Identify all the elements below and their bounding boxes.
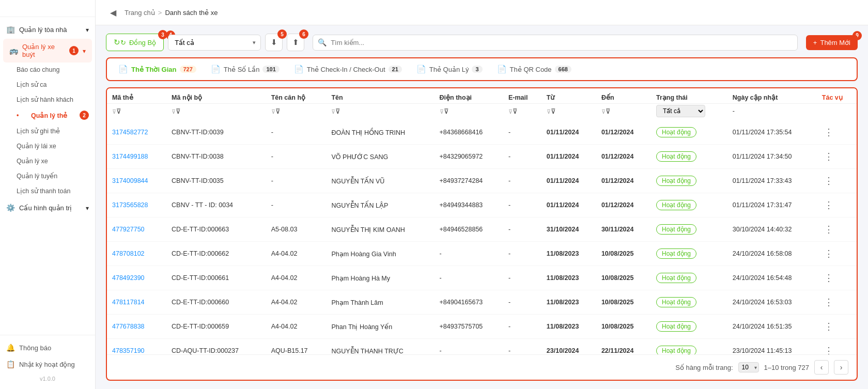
cell-ten-can-ho: AQU-B15.17	[266, 339, 327, 355]
cell-tu: 23/10/2024	[541, 339, 596, 355]
nav-sub-items: Báo cáo chung Lịch sử ca Lịch sử hành kh…	[0, 63, 95, 198]
status-filter-select[interactable]: Tất cả Hoạt động Vô hiệu	[656, 105, 705, 117]
sidebar-item-nhat-ky[interactable]: Nhật ký hoạt động	[6, 356, 89, 372]
bell-icon	[6, 344, 15, 352]
cell-ten-can-ho: -	[266, 169, 327, 193]
tab-the-so-lan[interactable]: 📄 Thẻ Số Lần 101	[205, 61, 286, 77]
cell-den: 30/11/2024	[596, 217, 651, 242]
sidebar-item-bao-cao-chung[interactable]: Báo cáo chung	[0, 63, 95, 77]
cell-tu: 31/10/2024	[541, 217, 596, 242]
ma-the-link[interactable]: 478492390	[112, 274, 145, 282]
ma-the-link[interactable]: 3174582772	[112, 129, 148, 136]
ma-the-link[interactable]: 3174009844	[112, 177, 148, 184]
sidebar-item-quan-ly-xe[interactable]: Quản lý xe	[0, 153, 95, 168]
row-action-button[interactable]: ⋮	[822, 247, 835, 260]
cell-ten-can-ho: A4-04.02	[266, 242, 327, 266]
cell-ten: ĐOÀN THỊ HỒNG TRINH	[326, 120, 434, 145]
ma-the-link[interactable]: 478357190	[112, 347, 145, 354]
tab-icon-checkin: 📄	[294, 65, 304, 74]
toa-nha-select[interactable]: Tất cả	[168, 35, 261, 51]
cell-tac-vu: ⋮	[817, 339, 857, 355]
tab-the-checkin[interactable]: 📄 Thẻ Check-In / Check-Out 21	[288, 61, 408, 77]
filter-den: ⊽	[596, 104, 651, 121]
quan-ly-the-badge: 2	[80, 111, 89, 120]
cell-ten: Phạm Hoàng Hà My	[326, 266, 434, 290]
status-badge: Hoạt động	[656, 127, 696, 137]
rows-per-page-wrap: 10 20 50 ▾	[738, 362, 759, 372]
status-badge: Hoạt động	[656, 151, 696, 162]
next-page-button[interactable]: ›	[834, 360, 848, 375]
ma-the-link[interactable]: 478708102	[112, 250, 145, 257]
cell-ten-can-ho: -	[266, 120, 327, 145]
sidebar-item-lich-su-ghi-the[interactable]: Lịch sử ghi thẻ	[0, 123, 95, 138]
sidebar-item-xe-buyt[interactable]: Quản lý xe buýt 1	[3, 39, 92, 63]
sidebar-item-lich-su-ca[interactable]: Lịch sử ca	[0, 77, 95, 92]
row-action-button[interactable]: ⋮	[822, 344, 835, 354]
cell-tac-vu: ⋮	[817, 290, 857, 315]
cell-email: -	[503, 266, 541, 290]
tab-the-quan-ly[interactable]: 📄 Thẻ Quản Lý 3	[410, 61, 489, 77]
ma-the-link[interactable]: 478117814	[112, 299, 145, 306]
ma-the-link[interactable]: 3173565828	[112, 201, 148, 209]
cell-dien-thoai: +84368668416	[435, 120, 503, 145]
toa-nha-dropdown-wrap: Tất cả ▾	[168, 35, 261, 51]
sidebar-item-cau-hinh[interactable]: Cấu hình quản trị	[0, 199, 95, 216]
filter-icon-dien-thoai: ⊽	[440, 108, 449, 115]
rows-per-page-select[interactable]: 10 20 50	[738, 362, 759, 372]
prev-page-button[interactable]: ‹	[814, 360, 829, 375]
breadcrumb-home[interactable]: Trang chủ	[125, 9, 155, 17]
sidebar-item-quan-ly-the[interactable]: Quản lý thẻ 2	[0, 107, 95, 123]
col-header-tu: Từ	[541, 88, 596, 104]
row-action-button[interactable]: ⋮	[822, 295, 835, 309]
row-action-button[interactable]: ⋮	[822, 174, 835, 188]
filter-ma-the: ⊽	[107, 104, 166, 121]
row-action-button[interactable]: ⋮	[822, 150, 835, 163]
cell-ngay-cap-nhat: 01/11/2024 17:34:50	[727, 145, 817, 169]
cell-email: -	[503, 169, 541, 193]
filter-tac-vu	[817, 104, 857, 121]
table-card: Mã thẻ Mã nội bộ Tên căn hộ Tên Điện tho…	[106, 87, 858, 381]
cell-dien-thoai: -	[435, 266, 503, 290]
table-row: 478357190 CD-AQU-TT-ID:000237 AQU-B15.17…	[107, 339, 857, 355]
ma-the-link[interactable]: 477927750	[112, 226, 145, 233]
gear-icon	[6, 204, 15, 212]
rows-per-page-label: Số hàng mỗi trang:	[675, 364, 733, 371]
sidebar-item-lich-su-thanh-toan[interactable]: Lịch sử thanh toán	[0, 183, 95, 198]
row-action-button[interactable]: ⋮	[822, 271, 835, 285]
filter-icon-den: ⊽	[601, 108, 611, 115]
filter-trang-thai[interactable]: Tất cả Hoạt động Vô hiệu	[651, 104, 727, 121]
ma-the-link[interactable]: 3174499188	[112, 153, 148, 160]
filter-tu: ⊽	[541, 104, 596, 121]
col-header-den: Đến	[596, 88, 651, 104]
sidebar-item-thong-bao[interactable]: Thông báo	[6, 339, 89, 356]
tab-the-thoi-gian[interactable]: 📄 Thẻ Thời Gian 727	[112, 61, 203, 77]
search-input[interactable]	[313, 35, 798, 51]
next-page-icon: ›	[840, 363, 843, 371]
cell-trang-thai: Hoạt động	[651, 242, 727, 266]
cell-ten-can-ho: A4-04.02	[266, 266, 327, 290]
row-action-button[interactable]: ⋮	[822, 198, 835, 212]
col-header-ngay-cap-nhat: Ngày cập nhật	[727, 88, 817, 104]
sidebar-item-quan-ly-lai-xe[interactable]: Quản lý lái xe	[0, 138, 95, 153]
version-label: v1.0.0	[6, 372, 89, 385]
row-action-button[interactable]: ⋮	[822, 223, 835, 236]
ma-the-link[interactable]: 477678838	[112, 323, 145, 330]
sidebar-item-toa-nha[interactable]: Quản lý tòa nhà	[0, 21, 95, 38]
sidebar-item-quan-ly-tuyen[interactable]: Quản lý tuyến	[0, 168, 95, 183]
cell-dien-thoai: +84949344883	[435, 193, 503, 217]
tab-icon-quan-ly: 📄	[416, 65, 426, 74]
col-header-ten: Tên	[326, 88, 434, 104]
row-action-button[interactable]: ⋮	[822, 126, 835, 139]
cell-ma-the: 477678838	[107, 315, 166, 339]
toa-nha-select-wrap: 4 Tất cả ▾	[168, 35, 261, 51]
tab-the-qr[interactable]: 📄 Thẻ QR Code 668	[491, 61, 578, 77]
sync-button[interactable]: 3 ↻ Đồng Bộ	[106, 34, 164, 51]
sidebar-item-lich-su-hanh-khach[interactable]: Lịch sử hành khách	[0, 92, 95, 107]
row-action-button[interactable]: ⋮	[822, 320, 835, 333]
add-new-button[interactable]: + Thêm Mới	[806, 35, 858, 50]
cell-ma-the: 3174499188	[107, 145, 166, 169]
collapse-sidebar-button[interactable]: ◀	[106, 5, 120, 20]
search-wrap: 🔍	[313, 35, 798, 51]
filter-ngay-cap-nhat: -	[727, 104, 817, 121]
content-area: 3 ↻ Đồng Bộ 4 Tất cả ▾ 5 ⬇	[96, 25, 868, 389]
